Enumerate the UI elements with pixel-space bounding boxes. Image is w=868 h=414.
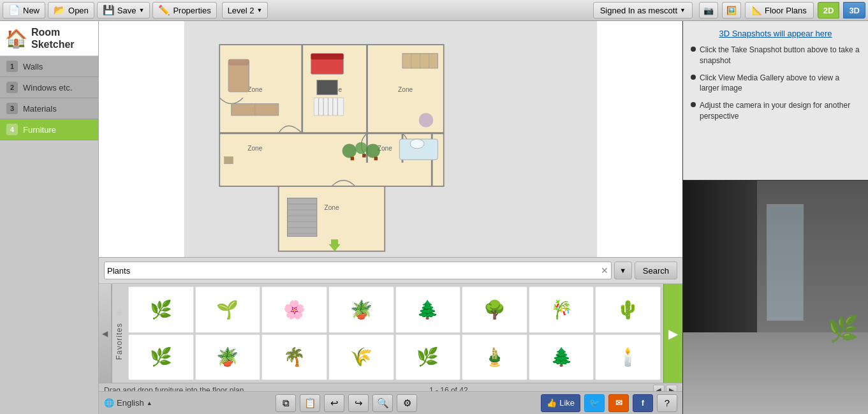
search-input[interactable] <box>107 266 601 276</box>
nav-item-number: 4 <box>6 124 18 135</box>
properties-button[interactable]: ✏️ Properties <box>152 2 216 18</box>
left-sidebar: 🏠 Room Sketcher 1 Walls 2 Windows etc. 3… <box>0 21 99 414</box>
svg-point-39 <box>410 139 424 149</box>
bullet-dot <box>691 102 696 107</box>
paste-button[interactable]: 📋 <box>300 394 320 412</box>
zoom-button[interactable]: 🔍 <box>372 394 393 412</box>
search-clear-button[interactable]: ✕ <box>601 265 608 276</box>
snapshot-bullet: Click View Media Gallery above to view a… <box>691 73 860 94</box>
svg-rect-21 <box>317 80 337 95</box>
furniture-item[interactable]: 🌱 <box>195 286 261 333</box>
favorites-panel[interactable]: ★ Favorites <box>112 284 126 383</box>
svg-text:Zone: Zone <box>247 86 263 93</box>
favorites-star-icon: ★ <box>114 306 124 320</box>
open-icon: 📂 <box>54 4 66 16</box>
sidebar-item-windowsetc[interactable]: 2 Windows etc. <box>0 77 98 98</box>
furniture-item[interactable]: 🌿 <box>128 334 194 381</box>
like-button[interactable]: 👍 Like <box>541 394 580 412</box>
tools-button[interactable]: ⚙ <box>397 394 417 412</box>
mode-3d-button[interactable]: 3D <box>843 2 865 18</box>
facebook-button[interactable]: f <box>633 394 653 412</box>
bullet-dot <box>691 75 696 80</box>
room-render: 🌿 <box>683 181 868 414</box>
svg-rect-16 <box>228 59 249 65</box>
furniture-item[interactable]: 🌴 <box>261 334 327 381</box>
view-buttons: 📷 🖼️ 📐 Floor Plans 2D 3D <box>699 2 865 18</box>
language-button[interactable]: 🌐 English ▲ <box>104 398 152 408</box>
furniture-item[interactable]: 🪴 <box>328 286 394 333</box>
sidebar-item-furniture[interactable]: 4 Furniture <box>0 119 98 140</box>
logo-text: Room Sketcher <box>31 26 75 50</box>
search-button[interactable]: Search <box>635 262 677 279</box>
snapshot-bullets: Click the Take Snapshot button above to … <box>691 45 860 122</box>
thumbs-up-icon: 👍 <box>547 398 557 408</box>
furniture-item[interactable]: 🌾 <box>328 334 394 381</box>
signed-in-dropdown-icon: ▼ <box>680 7 686 13</box>
prev-page-arrow[interactable]: ◀ <box>99 284 112 383</box>
signed-in-indicator: Signed In as mescott ▼ <box>593 2 693 18</box>
furniture-item[interactable]: 🌵 <box>595 286 661 333</box>
nav-item-number: 1 <box>6 61 18 72</box>
camera-button[interactable]: 📷 <box>699 2 718 18</box>
search-dropdown-button[interactable]: ▼ <box>614 262 632 279</box>
snapshot-preview: 🌿 <box>683 181 868 414</box>
room-plant-decoration: 🌿 <box>827 314 859 344</box>
email-button[interactable]: ✉ <box>608 394 629 412</box>
svg-text:Zone: Zone <box>324 204 339 211</box>
sidebar-item-walls[interactable]: 1 Walls <box>0 56 98 77</box>
next-page-arrow[interactable]: ▶ <box>663 284 682 383</box>
new-icon: 📄 <box>8 4 20 16</box>
new-button[interactable]: 📄 New <box>3 2 45 18</box>
sidebar-item-materials[interactable]: 3 Materials <box>0 98 98 119</box>
room-floor <box>683 332 868 414</box>
nav-list: 1 Walls 2 Windows etc. 3 Materials 4 Fur… <box>0 56 98 140</box>
copy-button[interactable]: ⧉ <box>276 394 296 412</box>
search-input-wrap[interactable]: ✕ <box>104 262 612 279</box>
nav-item-label: Walls <box>23 62 43 71</box>
furniture-items-grid: 🌿🌱🌸🪴🌲🌳🎋🌵🌿🪴🌴🌾🌿🎍🌲🕯️ <box>126 284 663 383</box>
furniture-item[interactable]: 🌿 <box>395 334 461 381</box>
furniture-item[interactable]: 🌲 <box>529 334 594 381</box>
snapshot-bullet: Adjust the camera in your design for ano… <box>691 100 860 122</box>
furniture-item[interactable]: 🪴 <box>195 334 261 381</box>
svg-rect-48 <box>331 239 338 245</box>
svg-text:Zone: Zone <box>398 86 413 93</box>
furniture-item[interactable]: 🎍 <box>462 334 527 381</box>
floor-plans-icon: 📐 <box>752 6 762 15</box>
save-button[interactable]: 💾 Save ▼ <box>97 2 151 18</box>
svg-text:Zone: Zone <box>247 145 263 152</box>
logo-icon: 🏠 <box>5 28 27 49</box>
furniture-item[interactable]: 🌿 <box>128 286 194 333</box>
panel-content: ◀ ★ Favorites 🌿🌱🌸🪴🌲🌳🎋🌵🌿🪴🌴🌾🌿🎍🌲🕯️ ▶ <box>99 284 682 383</box>
snapshot-area: 3D Snapshots will appear here Click the … <box>683 21 868 181</box>
open-button[interactable]: 📂 Open <box>48 2 94 18</box>
furniture-item[interactable]: 🕯️ <box>595 334 661 381</box>
furniture-item[interactable]: 🌸 <box>261 286 327 333</box>
level-button[interactable]: Level 2 ▼ <box>222 2 268 18</box>
bottom-bar: 🌐 English ▲ ⧉ 📋 ↩ ↪ 🔍 ⚙ 👍 Like 🐦 ✉ f ? <box>99 391 682 414</box>
save-icon: 💾 <box>103 4 115 16</box>
bullet-dot <box>691 47 696 52</box>
svg-point-28 <box>342 144 357 158</box>
snapshot-title: 3D Snapshots will appear here <box>691 29 860 38</box>
svg-rect-32 <box>362 154 366 158</box>
nav-item-label: Windows etc. <box>23 83 72 92</box>
floor-plans-button[interactable]: 📐 Floor Plans <box>745 2 814 18</box>
save-dropdown-icon: ▼ <box>138 7 144 13</box>
twitter-button[interactable]: 🐦 <box>584 394 605 412</box>
redo-button[interactable]: ↪ <box>348 394 369 412</box>
search-bar: ✕ ▼ Search <box>99 258 682 284</box>
furniture-item[interactable]: 🌲 <box>395 286 461 333</box>
svg-point-29 <box>355 142 367 154</box>
mode-2d-button[interactable]: 2D <box>818 2 840 18</box>
nav-item-label: Materials <box>23 104 57 114</box>
nav-item-number: 2 <box>6 82 18 93</box>
furniture-item[interactable]: 🎋 <box>529 286 594 333</box>
logo-area: 🏠 Room Sketcher <box>0 21 98 56</box>
main-layout: 🏠 Room Sketcher 1 Walls 2 Windows etc. 3… <box>0 21 868 414</box>
furniture-item[interactable]: 🌳 <box>462 286 527 333</box>
undo-button[interactable]: ↩ <box>324 394 344 412</box>
media-gallery-button[interactable]: 🖼️ <box>722 2 741 18</box>
help-button[interactable]: ? <box>657 394 677 412</box>
floor-plan-area[interactable]: Zone Zone Zone Zone Zone Zone Zone <box>99 21 682 257</box>
